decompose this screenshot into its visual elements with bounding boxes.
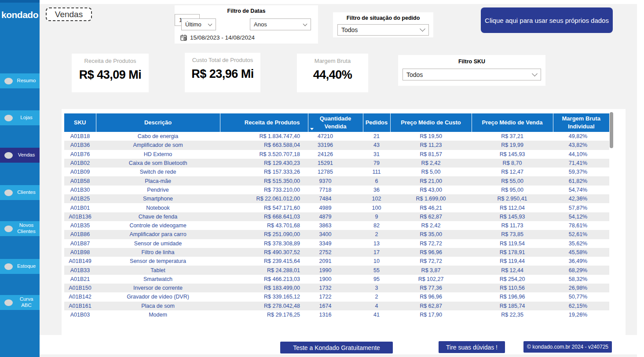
cell-margem: 61,82% — [553, 176, 609, 185]
cell-receita: R$ 547.171,60 — [220, 203, 308, 212]
order-status-dropdown[interactable]: Todos — [337, 24, 429, 36]
cell-receita: R$ 43.701,68 — [220, 221, 308, 230]
cell-qtd: 1674 — [308, 302, 363, 310]
date-unit-dropdown[interactable]: Anos — [250, 18, 311, 30]
table-row[interactable]: A01B161Placa de somR$ 278.042,4816744R$ … — [64, 302, 609, 310]
table-row[interactable]: A01B136Chave de fendaR$ 668.641,0348799R… — [64, 212, 609, 221]
cell-ped: 100 — [363, 203, 390, 212]
cell-sku: A01B01 — [64, 203, 96, 212]
sidebar-item-label: Novos Clientes — [15, 222, 38, 235]
cell-ped: 79 — [363, 159, 390, 168]
table-row[interactable]: A01B98Filtro de linhaR$ 490.307,52275217… — [64, 248, 609, 257]
table-row[interactable]: A01B150Inversor de correnteR$ 183.499,00… — [64, 284, 609, 292]
table-row[interactable]: A01B30PendriveR$ 733.210,00771836R$ 43,0… — [64, 186, 609, 194]
nav-bullet-icon — [4, 189, 13, 196]
calendar-icon — [180, 34, 187, 41]
table-row[interactable]: A01B87Sensor de umidadeR$ 378.308,893349… — [64, 239, 609, 248]
table-row[interactable]: A01B142Gravador de vídeo (DVR)R$ 339.165… — [64, 292, 609, 301]
sidebar-item-estoque[interactable]: Estoque — [0, 259, 40, 274]
cell-custo: R$ 19,50 — [390, 132, 472, 141]
table-row[interactable]: A01B03ModemR$ 29.176,25131641R$ 17,90R$ … — [64, 310, 609, 319]
cell-qtd: 2091 — [308, 257, 363, 266]
cell-sku: A01B02 — [64, 159, 96, 168]
sidebar-item-curva-abc[interactable]: Curva ABC — [0, 295, 40, 310]
cell-sku: A01B03 — [64, 310, 96, 319]
table-row[interactable]: A01B86Amplificador para carroR$ 251.090,… — [64, 230, 609, 239]
table-row[interactable]: A01B149Sensor de temperaturaR$ 239.415,6… — [64, 257, 609, 266]
cell-qtd: 4879 — [308, 212, 363, 221]
chevron-down-icon — [532, 71, 538, 76]
table-row[interactable]: A01B36Amplificador de somR$ 663.588,0433… — [64, 141, 609, 149]
sidebar-item-novos-clientes[interactable]: Novos Clientes — [0, 221, 40, 236]
cell-custo: R$ 96,96 — [390, 292, 472, 301]
sidebar-top-strip — [0, 0, 40, 3]
cell-custo: R$ 96,96 — [390, 248, 472, 257]
cell-sku: A01B136 — [64, 212, 96, 221]
questions-button[interactable]: Tire suas dúvidas ! — [439, 341, 505, 353]
cell-desc: Caixa de som Bluetooth — [96, 159, 220, 168]
table-row[interactable]: A01B33TabletR$ 24.288,01199055R$ 3,87R$ … — [64, 266, 609, 274]
table-row[interactable]: A01B01NotebookR$ 547.171,604989100R$ 46,… — [64, 203, 609, 212]
sidebar-item-resumo[interactable]: Resumo — [0, 73, 40, 88]
cell-custo: R$ 35,00 — [390, 230, 472, 239]
date-mode-dropdown[interactable]: Último — [181, 18, 216, 30]
cell-venda: R$ 12,44 — [472, 266, 553, 274]
cell-qtd: 1900 — [308, 275, 363, 284]
sidebar-item-clientes[interactable]: Clientes — [0, 185, 40, 200]
cell-receita: R$ 3.520.707,18 — [220, 150, 308, 159]
column-header-receita[interactable]: Receita de Produtos — [220, 113, 308, 132]
cell-margem: 59,37% — [553, 168, 609, 176]
column-header-desc[interactable]: Descrição — [96, 113, 220, 132]
cell-sku: A01B161 — [64, 302, 96, 310]
column-header-ped[interactable]: Pedidos — [363, 113, 390, 132]
table-row[interactable]: A01B18Cabo de energiaR$ 1.834.747,404721… — [64, 132, 609, 141]
cell-custo: R$ 17,90 — [390, 310, 472, 319]
column-header-custo[interactable]: Preço Médio de Custo — [390, 113, 472, 132]
cell-venda: R$ 37,21 — [472, 132, 553, 141]
sidebar-item-lojas[interactable]: Lojas — [0, 110, 40, 125]
cell-sku: A01B35 — [64, 221, 96, 230]
cell-receita: R$ 22.061.012,00 — [220, 194, 308, 203]
cell-custo: R$ 46,21 — [390, 203, 472, 212]
cell-margem: 42,36% — [553, 194, 609, 203]
right-band — [637, 0, 644, 357]
free-trial-button[interactable]: Teste a Kondado Gratuitamente — [280, 342, 393, 353]
cell-custo: R$ 72,72 — [390, 257, 472, 266]
use-own-data-button[interactable]: Clique aqui para usar seus próprios dado… — [481, 7, 613, 33]
nav-bullet-icon — [4, 78, 13, 84]
column-header-venda[interactable]: Preço Médio de Venda — [472, 113, 553, 132]
table-row[interactable]: A01B35Controle de videogameR$ 43.701,683… — [64, 221, 609, 230]
sidebar-item-label: Estoque — [15, 263, 38, 270]
table-row[interactable]: A01B58Placa-mãeR$ 515.350,0093706R$ 21,0… — [64, 176, 609, 185]
table-row[interactable]: A01B76HD ExternoR$ 3.520.707,182412631R$… — [64, 150, 609, 159]
cell-venda: R$ 178,91 — [472, 248, 553, 257]
column-header-sku[interactable]: SKU — [64, 113, 96, 132]
table-scrollbar[interactable] — [610, 112, 613, 148]
table-row[interactable]: A01B09Switch de redeR$ 157.333,261278511… — [64, 168, 609, 176]
kpi-value: R$ 23,96 Mi — [185, 67, 260, 81]
column-header-qtd[interactable]: Quantidade Vendida — [308, 113, 363, 132]
column-header-margem[interactable]: Margem Bruta Individual — [553, 113, 609, 132]
cell-sku: A01B87 — [64, 239, 96, 248]
table-row[interactable]: A01B21SmartwatchR$ 466.213,03190095R$ 10… — [64, 275, 609, 284]
sidebar-item-label: Curva ABC — [15, 296, 38, 309]
cell-custo: R$ 2,42 — [390, 159, 472, 168]
cell-venda: R$ 196,96 — [472, 292, 553, 301]
cell-receita: R$ 1.834.747,40 — [220, 132, 308, 141]
cell-desc: Tablet — [96, 266, 220, 274]
cell-desc: Sensor de umidade — [96, 239, 220, 248]
cell-ped: 31 — [363, 150, 390, 159]
cell-receita: R$ 663.588,04 — [220, 141, 308, 149]
table-row[interactable]: A01B02Caixa de som BluetoothR$ 129.430,2… — [64, 159, 609, 168]
order-status-title: Filtro de situação do pedido — [333, 12, 433, 21]
cell-sku: A01B150 — [64, 284, 96, 292]
cell-venda: R$ 254,20 — [472, 275, 553, 284]
sku-dropdown[interactable]: Todos — [402, 69, 541, 80]
table-row[interactable]: A01B25SmartphoneR$ 22.061.012,007484102R… — [64, 194, 609, 203]
sidebar-item-vendas[interactable]: Vendas — [0, 148, 40, 163]
cell-margem: 50,77% — [553, 292, 609, 301]
cell-desc: Controle de videogame — [96, 221, 220, 230]
app-logo: kondado — [0, 10, 40, 20]
copyright-version-link[interactable]: © kondado.com.br 2024 - v240725 — [523, 341, 612, 353]
cell-sku: A01B98 — [64, 248, 96, 257]
